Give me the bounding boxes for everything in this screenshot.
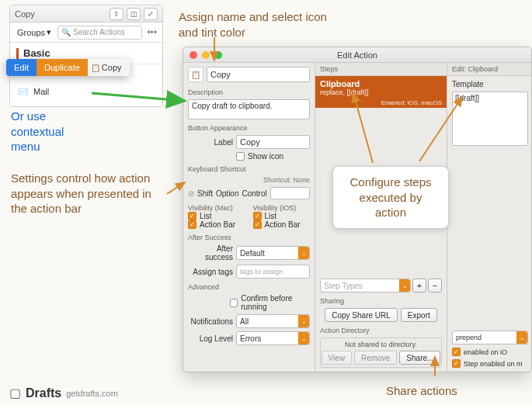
after-success-select[interactable]: Default⌄ — [236, 246, 310, 260]
annotation-share: Share actions — [386, 383, 457, 399]
context-edit[interactable]: Edit — [6, 59, 37, 76]
add-step-button[interactable]: + — [412, 279, 426, 292]
step-clipboard[interactable]: Clipboard replace, [[draft]] Enabled: iO… — [315, 76, 447, 108]
clear-shortcut-icon[interactable]: ⊘ — [188, 189, 194, 198]
annotation-contextual: Or use contextual menu — [11, 109, 89, 154]
confirm-checkbox[interactable] — [230, 299, 238, 307]
keyboard-shortcut-label: Keyboard Shortcut — [188, 165, 310, 173]
more-icon[interactable]: ••• — [145, 27, 158, 38]
copy-share-url-button[interactable]: Copy Share URL — [325, 308, 398, 322]
enabled-mac-checkbox[interactable]: ✓ — [452, 359, 461, 368]
mac-list-checkbox[interactable]: ✓ — [188, 212, 196, 220]
settings-column: 📋 Copy Description Copy draft to clipboa… — [183, 63, 315, 372]
button-label-input[interactable]: Copy — [236, 135, 310, 149]
export-button[interactable]: Export — [401, 308, 437, 322]
content-mode-select[interactable]: prepend⌄ — [452, 331, 528, 344]
log-level-select[interactable]: Errors⌄ — [236, 331, 310, 345]
expand-icon[interactable]: ⤢ — [144, 8, 158, 20]
assign-tags-input[interactable]: tags to assign — [236, 265, 310, 279]
context-menu: Edit Duplicate Copy — [6, 59, 130, 76]
directory-box: Not shared to directory. View Remove Sha… — [320, 338, 442, 368]
description-label: Description — [188, 88, 310, 96]
share-button[interactable]: Share... — [399, 351, 440, 365]
group-color-bar — [16, 48, 19, 59]
description-input[interactable]: Copy draft to clipboard. — [188, 99, 310, 119]
remove-step-button[interactable]: − — [428, 279, 442, 292]
sidebar-toolbar: Groups▾ 🔍 Search Actions ••• — [10, 22, 162, 43]
mail-icon: ✉️ — [18, 87, 29, 97]
actions-sidebar: Copy ⇧ ◫ ⤢ Groups▾ 🔍 Search Actions ••• … — [9, 5, 163, 107]
context-duplicate[interactable]: Duplicate — [37, 59, 88, 76]
share-icon[interactable]: ⇧ — [110, 8, 123, 20]
sidebar-titlebar: Copy ⇧ ◫ ⤢ — [10, 5, 162, 22]
annotation-assign: Assign name and select icon and tint col… — [179, 9, 334, 40]
action-icon-picker[interactable]: 📋 — [188, 67, 203, 82]
template-input[interactable]: [[draft]] — [452, 92, 528, 146]
step-edit-column: Edit: Clipboard Template [[draft]] prepe… — [447, 63, 531, 372]
list-item[interactable]: ✉️ Mail — [10, 83, 162, 100]
show-icon-checkbox[interactable] — [236, 152, 245, 161]
remove-button: Remove — [354, 351, 397, 365]
step-types-select[interactable]: Step Types⌄ — [320, 279, 411, 292]
drafts-logo-icon: ▢ — [9, 386, 21, 400]
group-name: Basic — [23, 47, 50, 59]
ios-list-checkbox[interactable]: ✓ — [253, 212, 262, 220]
groups-dropdown[interactable]: Groups▾ — [14, 26, 54, 39]
window-titlebar: Edit Action — [183, 47, 531, 63]
enabled-ios-checkbox[interactable]: ✓ — [452, 348, 461, 356]
ios-actionbar-checkbox[interactable]: ✓ — [253, 220, 262, 229]
action-name-input[interactable]: Copy — [207, 67, 310, 82]
steps-header: Steps — [315, 63, 447, 76]
annotation-settings: Settings control how action appears when… — [11, 171, 166, 216]
mac-actionbar-checkbox[interactable]: ✓ — [188, 220, 196, 229]
shortcut-key-input[interactable] — [270, 187, 310, 199]
notifications-select[interactable]: All⌄ — [236, 314, 310, 328]
window-title: Edit Action — [183, 50, 531, 60]
sidebar-title: Copy — [15, 9, 35, 19]
button-appearance-label: Button Appearance — [188, 124, 310, 132]
annotation-configure: Configure steps executed by action — [332, 166, 449, 229]
step-edit-header: Edit: Clipboard — [447, 63, 531, 76]
panel-toggle-icon[interactable]: ◫ — [127, 8, 141, 20]
footer: ▢ Drafts getdrafts.com — [9, 386, 118, 400]
search-icon: 🔍 — [61, 28, 71, 36]
search-input[interactable]: 🔍 Search Actions — [57, 26, 142, 40]
context-copy-row[interactable]: Copy — [88, 59, 130, 76]
view-button: View — [322, 351, 353, 365]
